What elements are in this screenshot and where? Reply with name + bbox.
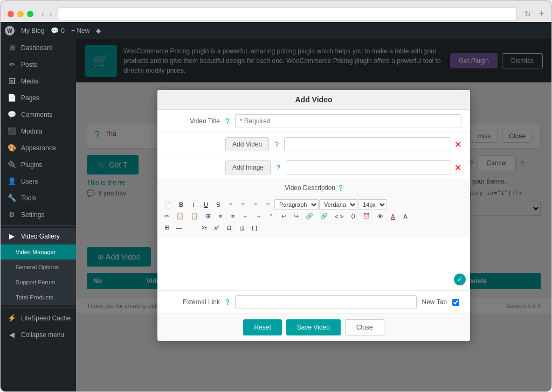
reload-button[interactable]: ↻ — [525, 10, 531, 18]
modula-icon: ⬛ — [7, 127, 17, 135]
comments-count: 0 — [61, 27, 65, 34]
media-icon: 🖼 — [7, 77, 17, 85]
plugin-item[interactable]: ◆ — [96, 27, 101, 34]
description-help-icon[interactable]: ? — [339, 184, 343, 192]
tb-sup-btn[interactable]: x² — [211, 223, 223, 233]
tb-font-select[interactable]: Verdana — [319, 199, 357, 210]
sidebar-item-tools[interactable]: 🔧 Tools — [1, 190, 76, 206]
address-bar[interactable] — [58, 8, 517, 20]
tb-underline-btn[interactable]: U — [200, 200, 212, 209]
tb-list-btn[interactable]: ≡ — [215, 212, 226, 221]
external-link-row: External Link ? New Tab — [157, 290, 470, 313]
tb-omega-btn[interactable]: Ω — [223, 223, 235, 233]
sidebar-item-total-products[interactable]: Total Products — [1, 290, 76, 305]
editor-checkmark-icon[interactable]: ✓ — [454, 274, 466, 285]
external-link-help-icon[interactable]: ? — [225, 298, 230, 306]
litespeed-icon: ⚡ — [7, 314, 17, 322]
tb-braces-btn[interactable]: { } — [249, 223, 260, 233]
sidebar-item-litespeed[interactable]: ⚡ LiteSpeed Cache — [1, 310, 76, 326]
tb-date-btn[interactable]: ⏰ — [360, 211, 374, 221]
tb-cut-btn[interactable]: ✂ — [161, 211, 172, 221]
sidebar-item-general-options[interactable]: General Options — [1, 260, 76, 275]
traffic-lights — [8, 11, 33, 17]
sidebar-item-pages[interactable]: 📄 Pages — [1, 89, 76, 106]
tb-print-btn[interactable]: 🖨 — [236, 223, 248, 233]
tb-grid-btn[interactable]: ⊞ — [161, 222, 172, 233]
tb-font-color-btn[interactable]: A — [387, 212, 399, 221]
forward-button[interactable]: › — [48, 10, 54, 18]
sidebar-item-label: Tools — [21, 194, 36, 202]
tb-paragraph-select[interactable]: Paragraph — [274, 199, 319, 210]
comments-item[interactable]: 💬 0 — [51, 27, 65, 34]
new-item[interactable]: + New — [71, 27, 89, 34]
wp-logo-item[interactable]: W — [5, 26, 15, 36]
tb-code-btn[interactable]: ⟨⟩ — [347, 211, 359, 221]
tb-align-justify-btn[interactable]: ≡ — [262, 200, 274, 209]
sidebar-item-appearance[interactable]: 🎨 Appearance — [1, 139, 76, 156]
tb-italic-btn[interactable]: I — [188, 200, 199, 209]
tb-link-btn[interactable]: 🔗 — [302, 211, 316, 221]
tb-paste-btn[interactable]: 📋 — [188, 211, 202, 221]
tb-highlight-btn[interactable]: A — [399, 212, 411, 221]
tb-hr-btn[interactable]: — — [173, 223, 185, 233]
tb-undo-btn[interactable]: ↩ — [278, 211, 289, 221]
tb-strikethrough-btn[interactable]: S — [212, 200, 224, 209]
sidebar-item-video-gallery[interactable]: ▶ Video Gallery — [1, 228, 76, 244]
tb-align-right-btn[interactable]: ≡ — [250, 200, 261, 209]
close-modal-button[interactable]: Close — [345, 319, 384, 335]
tb-size-select[interactable]: 14px — [358, 199, 387, 210]
settings-icon: ⚙ — [7, 211, 17, 219]
tb-align-left-btn[interactable]: ≡ — [225, 200, 237, 209]
editor-area[interactable]: ✓ — [157, 236, 470, 290]
tb-bold-btn[interactable]: B — [175, 200, 187, 209]
tb-copy-btn[interactable]: 📋 — [173, 211, 187, 221]
add-image-help-icon[interactable]: ? — [276, 163, 280, 172]
add-video-help-icon[interactable]: ? — [274, 140, 279, 149]
tb-unlink-btn[interactable]: 🔗 — [317, 211, 331, 221]
tb-table-btn[interactable]: ⊞ — [202, 211, 214, 221]
external-link-input[interactable] — [235, 295, 417, 309]
add-image-form-button[interactable]: Add Image — [225, 160, 271, 174]
tb-olist-btn[interactable]: ≡ — [227, 212, 239, 221]
video-url-input[interactable] — [284, 137, 451, 151]
new-tab-checkbox[interactable] — [452, 299, 459, 306]
tb-sub-btn[interactable]: x₂ — [198, 222, 210, 233]
sidebar-item-collapse[interactable]: ◀ Collapse menu — [1, 326, 76, 343]
close-window-button[interactable] — [8, 11, 14, 17]
sidebar-item-media[interactable]: 🖼 Media — [1, 73, 76, 89]
sidebar-item-plugins[interactable]: 🔌 Plugins — [1, 156, 76, 173]
save-video-button[interactable]: Save Video — [286, 319, 341, 335]
video-title-input[interactable] — [235, 114, 461, 128]
tb-file-btn[interactable]: 📄 — [161, 200, 175, 210]
tb-preview-btn[interactable]: 👁 — [374, 212, 387, 221]
video-url-clear-icon[interactable]: ✕ — [454, 139, 461, 150]
tb-redo-btn[interactable]: ↪ — [290, 211, 302, 221]
sidebar-item-users[interactable]: 👤 Users — [1, 173, 76, 190]
site-name-item[interactable]: My Blog — [21, 27, 44, 34]
reset-button[interactable]: Reset — [243, 319, 281, 335]
minimize-window-button[interactable] — [17, 11, 24, 17]
tb-minus-btn[interactable]: − — [186, 223, 198, 233]
add-image-row: Add Image ? ✕ — [157, 156, 470, 179]
sidebar-item-settings[interactable]: ⚙ Settings — [1, 206, 76, 223]
sidebar-item-modula[interactable]: ⬛ Modula — [1, 123, 76, 139]
tb-blockquote-btn[interactable]: " — [265, 212, 277, 221]
sidebar-item-comments[interactable]: 💬 Comments — [1, 106, 76, 123]
add-video-form-button[interactable]: Add Video — [225, 137, 269, 151]
image-url-clear-icon[interactable]: ✕ — [454, 163, 461, 173]
tb-align-center-btn[interactable]: ≡ — [237, 200, 249, 209]
tb-outdent-btn[interactable]: → — [252, 212, 265, 221]
video-title-help-icon[interactable]: ? — [225, 117, 230, 125]
sidebar-item-posts[interactable]: ✏ Posts — [1, 56, 76, 73]
new-tab-button[interactable]: + — [539, 8, 544, 19]
tb-indent-btn[interactable]: ← — [239, 212, 252, 221]
sidebar-item-video-manager[interactable]: Video Manager — [1, 244, 76, 260]
sidebar-item-dashboard[interactable]: ⊞ Dashboard — [1, 39, 76, 56]
sidebar-item-support-forum[interactable]: Support Forum — [1, 275, 76, 290]
image-url-input[interactable] — [286, 160, 451, 174]
toolbar-row-3: ⊞ — − x₂ x² Ω 🖨 { } — [161, 222, 467, 233]
back-button[interactable]: ‹ — [40, 10, 46, 18]
video-description-header: Video Description ? — [157, 179, 470, 197]
maximize-window-button[interactable] — [27, 11, 33, 17]
tb-source-btn[interactable]: < > — [332, 212, 347, 221]
